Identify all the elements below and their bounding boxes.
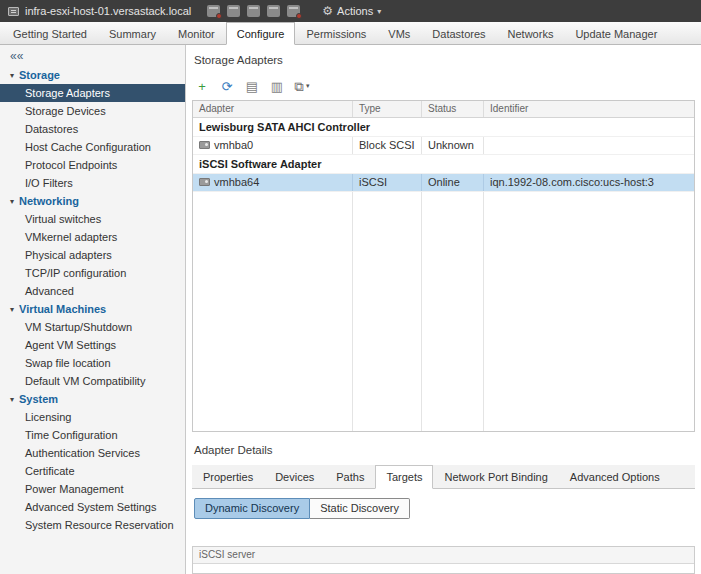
rescan-adapter-icon[interactable]: ▥ [269,77,285,95]
tab-configure[interactable]: Configure [226,22,296,45]
gear-icon: ⚙ [322,5,333,17]
adapter-icon [199,141,210,149]
sidebar-item-datastores[interactable]: Datastores [0,120,185,138]
sidebar-item-power-management[interactable]: Power Management [0,480,185,498]
tab-summary[interactable]: Summary [98,22,167,44]
section-collapse-icon: ▾ [10,197,14,206]
adapter-row-vmhba64[interactable]: vmhba64iSCSIOnlineiqn.1992-08.com.cisco:… [193,174,694,192]
adapter-group-iscsi-software-adapter: iSCSI Software Adapter [193,155,694,174]
adapters-table-body: Lewisburg SATA AHCI Controllervmhba0Bloc… [193,118,694,431]
section-collapse-icon: ▾ [10,395,14,404]
section-collapse-icon: ▾ [10,71,14,80]
host-name: infra-esxi-host-01.versastack.local [25,5,191,17]
sidebar-item-default-vm-compatibility[interactable]: Default VM Compatibility [0,372,185,390]
cell-text: Block SCSI [359,139,415,151]
column-header-type[interactable]: Type [353,101,422,117]
sidebar-section-networking[interactable]: ▾Networking [0,192,185,210]
sidebar-item-tcp-ip-configuration[interactable]: TCP/IP configuration [0,264,185,282]
page-title: Storage Adapters [194,54,695,66]
section-title: Storage [19,69,60,81]
sidebar-item-physical-adapters[interactable]: Physical adapters [0,246,185,264]
static-discovery-button[interactable]: Static Discovery [310,498,410,519]
sidebar-item-storage-adapters[interactable]: Storage Adapters [0,84,185,102]
details-tab-advanced-options[interactable]: Advanced Options [559,465,671,489]
sidebar-item-authentication-services[interactable]: Authentication Services [0,444,185,462]
cell-type: Block SCSI [353,137,422,154]
copy-icon-glyph: ⧉ [295,80,304,93]
discovery-toggle: Dynamic DiscoveryStatic Discovery [194,498,410,519]
sidebar-section-system[interactable]: ▾System [0,390,185,408]
section-title: System [19,393,58,405]
title-bar: infra-esxi-host-01.versastack.local ⚙ Ac… [0,0,701,22]
tab-networks[interactable]: Networks [497,22,565,44]
caret-down-icon: ▾ [306,82,310,90]
sidebar-item-advanced-system-settings[interactable]: Advanced System Settings [0,498,185,516]
tab-datastores[interactable]: Datastores [421,22,496,44]
details-tab-devices[interactable]: Devices [264,465,325,489]
sidebar-item-agent-vm-settings[interactable]: Agent VM Settings [0,336,185,354]
adapter-row-vmhba0[interactable]: vmhba0Block SCSIUnknown [193,137,694,155]
sidebar-section-virtual-machines[interactable]: ▾Virtual Machines [0,300,185,318]
reboot-host-icon[interactable] [267,5,280,17]
rescan-adapter-icon-glyph: ▥ [271,80,283,93]
targets-table-body [193,564,694,573]
add-adapter-icon-glyph: + [198,80,206,93]
details-tab-paths[interactable]: Paths [325,465,375,489]
tab-vms[interactable]: VMs [377,22,421,44]
cell-status: Unknown [422,137,484,154]
column-header-status[interactable]: Status [422,101,484,117]
sidebar-item-swap-file-location[interactable]: Swap file location [0,354,185,372]
adapters-toolbar: +⟳▤▥⧉▾ [194,77,695,95]
host-icon [8,7,19,16]
empty-column [484,192,694,431]
maintenance-mode-icon[interactable] [227,5,240,17]
power-on-icon[interactable] [247,5,260,17]
sidebar-item-virtual-switches[interactable]: Virtual switches [0,210,185,228]
tab-permissions[interactable]: Permissions [295,22,377,44]
sidebar-item-advanced[interactable]: Advanced [0,282,185,300]
details-tab-properties[interactable]: Properties [192,465,264,489]
details-tab-network-port-binding[interactable]: Network Port Binding [433,465,558,489]
cell-type: iSCSI [353,174,422,191]
sidebar-item-protocol-endpoints[interactable]: Protocol Endpoints [0,156,185,174]
refresh-adapters-icon-glyph: ⟳ [222,80,233,93]
sidebar-nav: ▾StorageStorage AdaptersStorage DevicesD… [0,66,185,534]
sidebar-section-storage[interactable]: ▾Storage [0,66,185,84]
sidebar-item-vm-startup-shutdown[interactable]: VM Startup/Shutdown [0,318,185,336]
dynamic-discovery-button[interactable]: Dynamic Discovery [194,498,310,519]
copy-icon[interactable]: ⧉▾ [294,77,310,95]
alarm-icon[interactable] [287,5,300,17]
tab-update-manager[interactable]: Update Manager [564,22,668,44]
column-header-identifier[interactable]: Identifier [484,101,694,117]
actions-menu-button[interactable]: ⚙ Actions ▾ [322,5,381,17]
tab-bar: Getting StartedSummaryMonitorConfigurePe… [0,22,701,45]
add-adapter-icon[interactable]: + [194,77,210,95]
tab-monitor[interactable]: Monitor [167,22,226,44]
cell-text: vmhba0 [214,139,253,151]
column-header-adapter[interactable]: Adapter [193,101,353,117]
sidebar-collapse-button[interactable]: «« [0,47,185,66]
sidebar-item-certificate[interactable]: Certificate [0,462,185,480]
empty-column [193,192,353,431]
sidebar-item-storage-devices[interactable]: Storage Devices [0,102,185,120]
sidebar-item-vmkernel-adapters[interactable]: VMkernel adapters [0,228,185,246]
sidebar: «« ▾StorageStorage AdaptersStorage Devic… [0,45,186,574]
refresh-adapters-icon[interactable]: ⟳ [219,77,235,95]
section-title: Networking [19,195,79,207]
sidebar-item-i-o-filters[interactable]: I/O Filters [0,174,185,192]
section-title: Virtual Machines [19,303,106,315]
targets-table: iSCSI server [192,546,695,574]
sidebar-item-system-resource-reservation[interactable]: System Resource Reservation [0,516,185,534]
rescan-host-storage-icon[interactable]: ▤ [244,77,260,95]
badge-dot [216,13,222,19]
cell-identifier: iqn.1992-08.com.cisco:ucs-host:3 [484,174,694,191]
shutdown-host-icon[interactable] [207,5,220,17]
tab-getting-started[interactable]: Getting Started [2,22,98,44]
actions-label: Actions [337,5,373,17]
sidebar-item-host-cache-configuration[interactable]: Host Cache Configuration [0,138,185,156]
cell-text: Online [428,176,460,188]
sidebar-item-licensing[interactable]: Licensing [0,408,185,426]
targets-column-header-iscsi-server[interactable]: iSCSI server [193,547,694,564]
sidebar-item-time-configuration[interactable]: Time Configuration [0,426,185,444]
details-tab-targets[interactable]: Targets [375,465,433,489]
